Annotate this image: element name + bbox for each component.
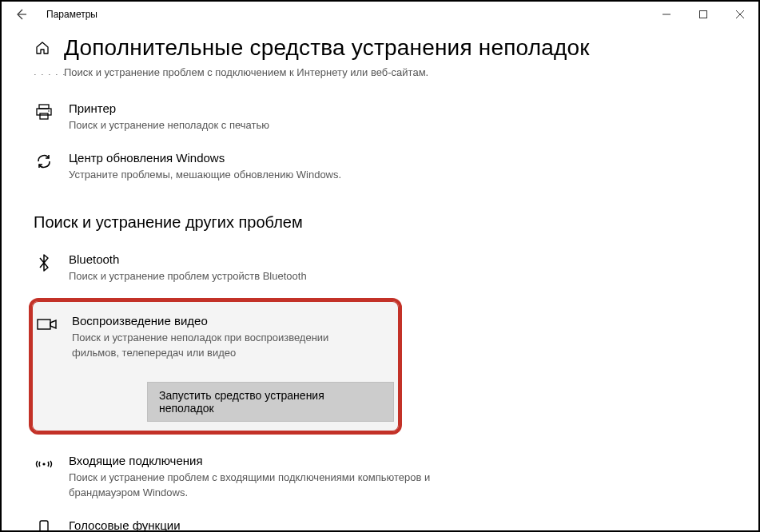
maximize-button[interactable]: [685, 2, 722, 27]
window-title: Параметры: [46, 9, 97, 20]
svg-rect-10: [40, 521, 48, 531]
printer-icon: [34, 101, 54, 122]
troubleshoot-item-windows-update[interactable]: Центр обновления Windows Устраните пробл…: [34, 145, 726, 194]
phone-icon: [34, 518, 54, 531]
troubleshoot-item-printer[interactable]: Принтер Поиск и устранение неполадок с п…: [34, 95, 726, 145]
search-icon[interactable]: ․․․․․: [34, 67, 51, 81]
page-title: Дополнительные средства устранения непол…: [64, 35, 590, 61]
close-button[interactable]: [722, 2, 758, 27]
svg-rect-5: [37, 109, 51, 115]
item-desc: Поиск и устранение проблем с подключение…: [64, 66, 448, 81]
item-title: Bluetooth: [69, 251, 307, 268]
svg-rect-6: [40, 113, 48, 119]
item-title: Центр обновления Windows: [69, 149, 341, 166]
sync-icon: [34, 151, 54, 172]
item-title: Воспроизведение видео: [72, 312, 360, 329]
home-icon[interactable]: [34, 39, 51, 57]
svg-point-7: [48, 110, 50, 112]
item-title: Принтер: [69, 100, 269, 117]
item-title: Входящие подключения: [69, 452, 452, 469]
item-desc: Поиск и устранение проблем устройств Blu…: [69, 269, 307, 284]
bluetooth-icon: [34, 252, 54, 273]
svg-rect-1: [700, 11, 707, 18]
run-troubleshooter-button[interactable]: Запустить средство устранения неполадок: [147, 382, 394, 422]
item-desc: Поиск и устранение неполадок при воспрои…: [72, 331, 360, 361]
item-desc: Устраните проблемы, мешающие обновлению …: [69, 168, 341, 183]
troubleshoot-item-video-playback-selected[interactable]: Воспроизведение видео Поиск и устранение…: [29, 298, 402, 435]
minimize-button[interactable]: [648, 2, 685, 27]
titlebar: Параметры: [2, 2, 758, 27]
svg-rect-8: [38, 320, 50, 329]
section-heading: Поиск и устранение других проблем: [34, 213, 726, 232]
network-signal-icon: [34, 454, 54, 474]
item-desc: Поиск и устранение неполадок с печатью: [69, 118, 269, 133]
troubleshoot-item-bluetooth[interactable]: Bluetooth Поиск и устранение проблем уст…: [34, 246, 726, 296]
item-desc: Поиск и устранение проблем с входящими п…: [69, 470, 452, 501]
svg-point-9: [42, 463, 45, 465]
item-title: Голосовые функции: [69, 517, 181, 531]
svg-rect-4: [39, 105, 49, 109]
window-controls: [648, 2, 758, 27]
troubleshoot-item-incoming-connections[interactable]: Входящие подключения Поиск и устранение …: [34, 447, 726, 512]
troubleshoot-item-speech[interactable]: Голосовые функции: [34, 512, 726, 531]
back-button[interactable]: [8, 2, 34, 27]
video-camera-icon: [37, 314, 58, 335]
